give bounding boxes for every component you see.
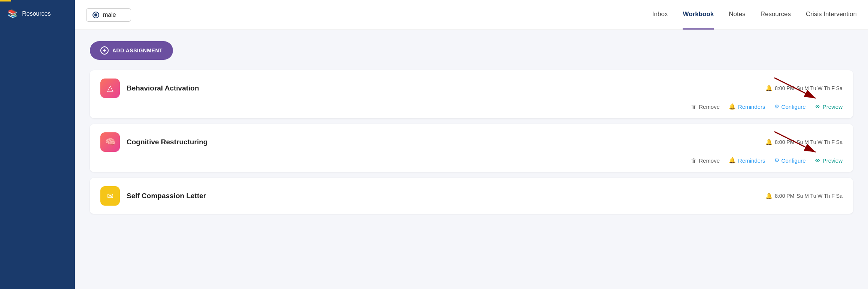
cognitive-icon: 🧠 xyxy=(100,132,120,152)
cognitive-days: Su M Tu W Th F Sa xyxy=(796,139,843,145)
brain-icon: 🧠 xyxy=(105,137,115,147)
preview-label-cognitive: Preview xyxy=(823,157,843,164)
cognitive-meta: 🔔 8:00 PM Su M Tu W Th F Sa xyxy=(765,139,843,145)
behavioral-time: 8:00 PM xyxy=(775,85,794,91)
selfcompassion-meta: 🔔 8:00 PM Su M Tu W Th F Sa xyxy=(765,193,843,199)
behavioral-meta: 🔔 8:00 PM Su M Tu W Th F Sa xyxy=(765,85,843,92)
preview-cognitive-button[interactable]: 👁 Preview xyxy=(815,157,843,164)
configure-label-cognitive: Configure xyxy=(781,157,806,164)
tab-workbook[interactable]: Workbook xyxy=(683,0,714,30)
reminders-label-cognitive: Reminders xyxy=(738,157,765,164)
radio-selected-indicator xyxy=(94,13,97,16)
books-icon: 📚 xyxy=(7,9,18,19)
selfcompassion-days: Su M Tu W Th F Sa xyxy=(796,193,843,199)
configure-behavioral-button[interactable]: ⚙ Configure xyxy=(774,103,806,110)
remove-label-cognitive: Remove xyxy=(699,157,720,164)
remove-behavioral-button[interactable]: 🗑 Remove xyxy=(691,104,720,110)
eye-icon-cognitive: 👁 xyxy=(815,157,820,164)
card-top-cognitive: 🧠 Cognitive Restructuring 🔔 8:00 PM Su M… xyxy=(100,132,843,152)
cognitive-time: 8:00 PM xyxy=(775,139,794,145)
reminders-cognitive-button[interactable]: 🔔 Reminders xyxy=(729,157,765,164)
eye-icon: 👁 xyxy=(815,104,820,110)
sidebar: 📚 Resources xyxy=(0,0,75,289)
gender-field[interactable]: male xyxy=(86,8,131,22)
nav-tabs: Inbox Workbook Notes Resources Crisis In… xyxy=(652,0,857,30)
remove-cognitive-button[interactable]: 🗑 Remove xyxy=(691,157,720,164)
add-assignment-label: ADD ASSIGNMENT xyxy=(112,47,163,53)
trash-icon: 🗑 xyxy=(691,104,696,110)
add-assignment-button[interactable]: + ADD ASSIGNMENT xyxy=(90,41,173,60)
reminders-label: Reminders xyxy=(738,104,765,110)
tab-inbox[interactable]: Inbox xyxy=(652,0,668,30)
triangle-icon: △ xyxy=(107,83,113,93)
reminders-behavioral-button[interactable]: 🔔 Reminders xyxy=(729,103,765,110)
tab-crisis-intervention[interactable]: Crisis Intervention xyxy=(806,0,857,30)
radio-male[interactable] xyxy=(92,12,99,18)
behavioral-days: Su M Tu W Th F Sa xyxy=(796,85,843,91)
behavioral-icon: △ xyxy=(100,79,120,98)
assignment-card-cognitive: 🧠 Cognitive Restructuring 🔔 8:00 PM Su M… xyxy=(90,124,853,172)
cognitive-title: Cognitive Restructuring xyxy=(127,138,207,146)
main-area: male Inbox Workbook Notes Resources Cris… xyxy=(75,0,868,289)
bell-icon-cognitive: 🔔 xyxy=(765,139,773,145)
tab-resources[interactable]: Resources xyxy=(761,0,791,30)
gear-icon-cognitive: ⚙ xyxy=(774,157,779,164)
behavioral-actions: 🗑 Remove 🔔 Reminders ⚙ Configure 👁 Previ… xyxy=(100,103,843,110)
content-area: + ADD ASSIGNMENT △ Behavioral Activation… xyxy=(75,30,868,289)
card-top-selfcompassion: ✉ Self Compassion Letter 🔔 8:00 PM Su M … xyxy=(100,186,843,206)
assignment-card-behavioral: △ Behavioral Activation 🔔 8:00 PM Su M T… xyxy=(90,70,853,118)
selfcompassion-title: Self Compassion Letter xyxy=(127,192,206,200)
assignment-card-selfcompassion: ✉ Self Compassion Letter 🔔 8:00 PM Su M … xyxy=(90,178,853,214)
bell-icon-selfcompassion: 🔔 xyxy=(765,193,773,199)
top-bar: male Inbox Workbook Notes Resources Cris… xyxy=(75,0,868,30)
behavioral-title: Behavioral Activation xyxy=(127,84,199,92)
sidebar-item-label: Resources xyxy=(22,10,51,17)
card-top-behavioral: △ Behavioral Activation 🔔 8:00 PM Su M T… xyxy=(100,79,843,98)
sidebar-item-resources[interactable]: 📚 Resources xyxy=(0,1,75,26)
preview-behavioral-button[interactable]: 👁 Preview xyxy=(815,104,843,110)
gear-icon: ⚙ xyxy=(774,103,779,110)
plus-icon: + xyxy=(100,46,109,55)
bell-action-icon: 🔔 xyxy=(729,103,736,110)
trash-icon-cognitive: 🗑 xyxy=(691,157,696,164)
selfcompassion-time: 8:00 PM xyxy=(775,193,794,199)
configure-label: Configure xyxy=(781,104,806,110)
bell-icon-behavioral: 🔔 xyxy=(765,85,773,92)
cognitive-actions: 🗑 Remove 🔔 Reminders ⚙ Configure 👁 Previ… xyxy=(100,157,843,164)
selfcompassion-icon: ✉ xyxy=(100,186,120,206)
tab-notes[interactable]: Notes xyxy=(729,0,745,30)
configure-cognitive-button[interactable]: ⚙ Configure xyxy=(774,157,806,164)
bell-action-icon-cognitive: 🔔 xyxy=(729,157,736,164)
preview-label: Preview xyxy=(823,104,843,110)
remove-label: Remove xyxy=(699,104,720,110)
gender-value: male xyxy=(103,12,116,18)
letter-icon: ✉ xyxy=(107,191,113,200)
